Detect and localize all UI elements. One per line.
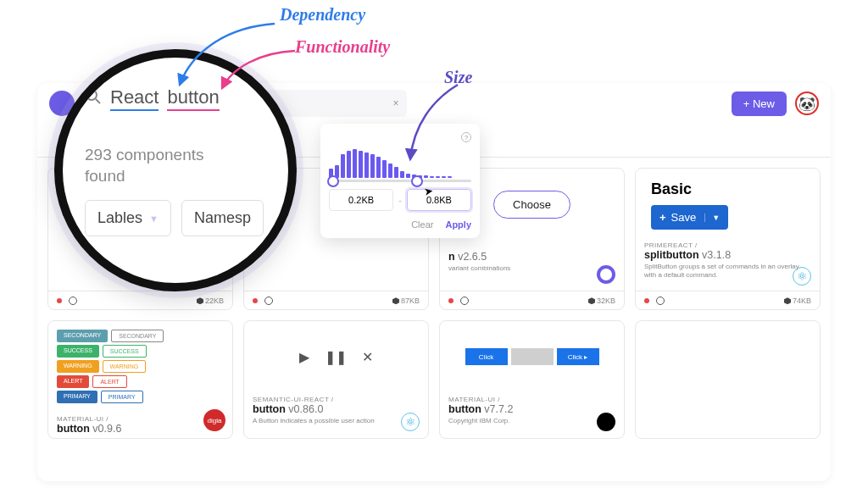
- status-dot-icon: [57, 298, 62, 303]
- play-icon[interactable]: ▶: [299, 349, 309, 365]
- arrow-size: [398, 83, 475, 168]
- result-card[interactable]: ▶ ❚❚ ✕ ⚛ SEMANTIC-UI-REACT / button v0.8…: [243, 320, 429, 439]
- annotation-functionality: Functionality: [295, 37, 390, 57]
- avatar[interactable]: 🐼: [795, 92, 819, 115]
- choose-button[interactable]: Choose: [493, 191, 570, 219]
- plus-icon: +: [659, 211, 666, 224]
- results-count: 293 componentsfound: [85, 145, 266, 186]
- brand-badge: digia: [203, 409, 225, 431]
- apply-button[interactable]: Apply: [445, 219, 471, 230]
- new-button[interactable]: + New: [732, 92, 787, 116]
- annotation-dependency: Dependency: [280, 5, 365, 25]
- card-heading: Basic: [651, 180, 820, 198]
- react-atom-icon: ⚛: [401, 413, 420, 431]
- package-icon: [197, 297, 203, 304]
- svg-line-1: [96, 99, 100, 103]
- result-card[interactable]: SECONDARYSECONDARYSUCCESSSUCCESSWARNINGW…: [47, 320, 233, 439]
- result-card[interactable]: [635, 320, 821, 439]
- react-atom-icon: ⚛: [793, 267, 811, 286]
- result-card[interactable]: Click Click ▸ MATERIAL-UI / button v7.7.…: [439, 320, 625, 439]
- button-group-preview: Click Click ▸: [465, 348, 599, 365]
- filter-namespace[interactable]: Namesp: [181, 200, 264, 236]
- chevron-down-icon: ▼: [149, 214, 159, 224]
- tag-preview: SECONDARYSECONDARYSUCCESSSUCCESSWARNINGW…: [48, 321, 232, 412]
- pause-icon[interactable]: ❚❚: [325, 349, 347, 365]
- size-range-slider[interactable]: [329, 180, 471, 182]
- clear-button[interactable]: Clear: [411, 219, 433, 230]
- card-footer: 22KB: [48, 291, 232, 309]
- filter-labels[interactable]: Lables▼: [85, 200, 171, 236]
- cursor-icon: ➤: [423, 184, 434, 198]
- save-split-button[interactable]: + Save ▼: [651, 205, 728, 230]
- result-card[interactable]: Basic + Save ▼ ⚛ PRIMEREACT / splitbutto…: [635, 168, 821, 310]
- annotation-size: Size: [444, 68, 472, 87]
- size-min-input[interactable]: 0.2KB: [329, 189, 393, 211]
- search-term-dependency: React: [110, 86, 159, 111]
- search-icon: [85, 88, 102, 110]
- ring-icon: [597, 265, 615, 284]
- globe-icon: [69, 297, 77, 305]
- brand-badge: [597, 413, 615, 431]
- size-max-input[interactable]: 0.8KB: [407, 189, 471, 211]
- chevron-down-icon[interactable]: ▼: [704, 214, 720, 222]
- svg-point-0: [86, 90, 97, 100]
- shuffle-icon[interactable]: ✕: [362, 349, 373, 365]
